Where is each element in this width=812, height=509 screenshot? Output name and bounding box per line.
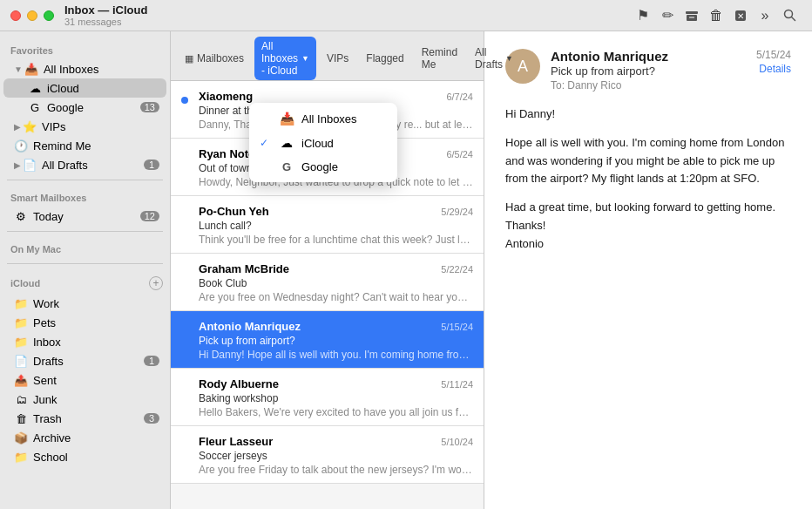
sidebar-item-archive[interactable]: 📦 Archive xyxy=(3,428,166,447)
inbox-label: Inbox xyxy=(33,336,159,349)
archive-label: Archive xyxy=(33,431,159,445)
tab-mailboxes-label: Mailboxes xyxy=(197,52,244,64)
minimize-button[interactable] xyxy=(27,10,37,21)
remind-me-label: Remind Me xyxy=(33,139,159,153)
sidebar-item-inbox[interactable]: 📁 Inbox xyxy=(3,332,166,351)
checkmark-icon: ✓ xyxy=(260,137,272,149)
tab-all-drafts[interactable]: All Drafts ▼ xyxy=(468,43,520,74)
sidebar-item-sent[interactable]: 📤 Sent xyxy=(3,370,166,390)
message-row[interactable]: Po-Chun Yeh 5/29/24 Lunch call? Think yo… xyxy=(171,196,484,254)
dropdown-chevron-icon: ▼ xyxy=(301,54,309,63)
today-badge: 12 xyxy=(140,211,159,221)
message-row[interactable]: Fleur Lasseur 5/10/24 Soccer jerseys Are… xyxy=(171,426,484,484)
inbox-dropdown-menu: 📥 All Inboxes ✓ ☁ iCloud G Google xyxy=(249,103,397,182)
trash-button[interactable]: 🗑 xyxy=(704,3,728,28)
sidebar-item-work[interactable]: 📁 Work xyxy=(3,294,166,313)
sidebar-item-all-inboxes[interactable]: ▼ 📥 All Inboxes xyxy=(3,59,166,78)
archive-icon: 📦 xyxy=(14,431,28,445)
compose-button[interactable]: ✏ xyxy=(655,3,680,28)
search-button[interactable] xyxy=(777,3,802,28)
google-badge: 13 xyxy=(140,102,159,112)
message-row[interactable]: Graham McBride 5/22/24 Book Club Are you… xyxy=(171,254,484,311)
email-to: To: Danny Rico xyxy=(551,79,756,92)
trash-label: Trash xyxy=(33,412,144,425)
icloud-dropdown-icon: ☁ xyxy=(279,136,294,150)
all-drafts-badge: 1 xyxy=(144,159,159,170)
tab-vips[interactable]: VIPs xyxy=(320,49,355,68)
sidebar-item-google[interactable]: G Google 13 xyxy=(3,98,166,117)
work-label: Work xyxy=(33,297,159,310)
work-icon: 📁 xyxy=(14,296,28,310)
message-sender: Rody Albuerne xyxy=(199,377,434,390)
message-subject: Book Club xyxy=(199,277,473,289)
svg-text:✕: ✕ xyxy=(737,11,744,21)
sidebar-item-today[interactable]: ⚙ Today 12 xyxy=(3,207,166,226)
message-date: 6/5/24 xyxy=(446,149,473,159)
message-header: Rody Albuerne 5/11/24 xyxy=(199,377,473,390)
icloud-section-header: iCloud + xyxy=(0,269,170,294)
pets-icon: 📁 xyxy=(14,316,28,329)
smart-mailboxes-section-title: Smart Mailboxes xyxy=(0,186,170,207)
tab-all-drafts-label: All Drafts xyxy=(475,46,503,71)
drafts-chevron-icon: ▼ xyxy=(505,54,513,63)
message-date: 5/29/24 xyxy=(441,207,473,217)
icloud-icon: ☁ xyxy=(28,81,42,95)
sidebar-item-remind-me[interactable]: 🕐 Remind Me xyxy=(3,136,166,155)
message-row[interactable]: Rody Albuerne 5/11/24 Baking workshop He… xyxy=(171,369,484,426)
svg-rect-0 xyxy=(686,11,698,14)
message-preview: Hello Bakers, We're very excited to have… xyxy=(199,406,473,418)
google-label: Google xyxy=(47,101,140,114)
today-label: Today xyxy=(33,210,140,223)
dropdown-item-google[interactable]: G Google xyxy=(249,155,397,179)
close-button[interactable] xyxy=(10,10,21,21)
sent-icon: 📤 xyxy=(14,373,28,387)
archive-button[interactable] xyxy=(680,3,704,28)
sidebar-divider-1 xyxy=(7,180,163,180)
maximize-button[interactable] xyxy=(44,10,54,21)
title-bar: Inbox — iCloud 31 messages ⚑ ✏ 🗑 ✕ » xyxy=(0,0,812,31)
main-layout: Favorites ▼ 📥 All Inboxes ☁ iCloud G Goo… xyxy=(0,31,812,509)
on-my-mac-section-title: On My Mac xyxy=(0,237,170,258)
junk-button[interactable]: ✕ xyxy=(728,3,753,28)
email-date-area: 5/15/24 Details xyxy=(756,49,791,75)
details-link[interactable]: Details xyxy=(756,63,791,75)
tab-all-inboxes-icloud[interactable]: All Inboxes - iCloud ▼ xyxy=(254,37,316,80)
school-icon: 📁 xyxy=(14,450,28,464)
message-date: 6/7/24 xyxy=(446,92,473,102)
message-header: Xiaomeng 6/7/24 xyxy=(199,90,473,103)
google-icon: G xyxy=(28,100,42,114)
more-button[interactable]: » xyxy=(753,3,777,28)
tab-flagged[interactable]: Flagged xyxy=(359,49,410,68)
sidebar-item-all-drafts[interactable]: ▶ 📄 All Drafts 1 xyxy=(3,155,166,174)
message-preview: Are you free Friday to talk about the ne… xyxy=(199,464,473,476)
email-date: 5/15/24 xyxy=(756,49,791,61)
sidebar-item-icloud[interactable]: ☁ iCloud xyxy=(3,78,166,98)
sidebar-item-drafts[interactable]: 📄 Drafts 1 xyxy=(3,351,166,370)
flag-button[interactable]: ⚑ xyxy=(631,3,655,28)
message-sender: Fleur Lasseur xyxy=(199,435,434,448)
dropdown-item-all-inboxes[interactable]: 📥 All Inboxes xyxy=(249,106,397,131)
message-sender: Graham McBride xyxy=(199,262,434,275)
sidebar-item-junk[interactable]: 🗂 Junk xyxy=(3,390,166,409)
sidebar-item-school[interactable]: 📁 School xyxy=(3,447,166,466)
tab-all-inboxes-icloud-label: All Inboxes - iCloud xyxy=(261,40,298,77)
unread-indicator xyxy=(181,97,188,104)
dropdown-item-icloud[interactable]: ✓ ☁ iCloud xyxy=(249,131,397,155)
favorites-section-title: Favorites xyxy=(0,38,170,59)
sidebar-item-pets[interactable]: 📁 Pets xyxy=(3,313,166,332)
sidebar-item-trash[interactable]: 🗑 Trash 3 xyxy=(3,409,166,428)
message-count: 31 messages xyxy=(64,17,147,27)
add-mailbox-button[interactable]: + xyxy=(149,276,163,290)
sidebar-item-vips[interactable]: ▶ ⭐ VIPs xyxy=(3,117,166,136)
message-row-selected[interactable]: Antonio Manriquez 5/15/24 Pick up from a… xyxy=(171,311,484,369)
message-list-panel: ▦ Mailboxes All Inboxes - iCloud ▼ VIPs … xyxy=(171,31,484,509)
vips-label: VIPs xyxy=(42,120,159,133)
message-sender: Po-Chun Yeh xyxy=(199,205,434,218)
message-preview: Hi Danny! Hope all is well with you. I'm… xyxy=(199,349,473,361)
tab-remind-me[interactable]: Remind Me xyxy=(415,43,464,74)
tab-mailboxes[interactable]: ▦ Mailboxes xyxy=(178,49,251,68)
sidebar-divider-2 xyxy=(7,231,163,232)
trash-badge: 3 xyxy=(144,413,159,424)
trash-icon: 🗑 xyxy=(14,411,28,425)
school-label: School xyxy=(33,451,159,464)
